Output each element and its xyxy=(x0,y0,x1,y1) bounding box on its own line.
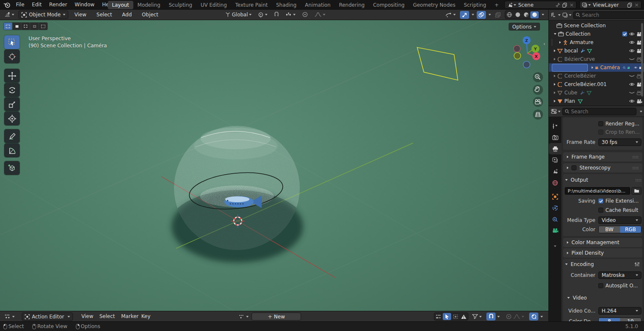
snap-with-dropdown[interactable] xyxy=(284,10,297,18)
options-dropdown[interactable]: Options xyxy=(509,23,540,31)
auto-snap-toggle[interactable] xyxy=(529,313,538,321)
outliner-row-armature[interactable]: Armature xyxy=(549,38,644,47)
blender-logo-icon[interactable] xyxy=(0,2,12,8)
select-mode-invert[interactable] xyxy=(30,23,39,30)
outliner-search[interactable] xyxy=(573,11,644,19)
tab-texture-paint[interactable]: Texture Paint xyxy=(231,1,272,9)
gizmos-toggle[interactable] xyxy=(460,11,469,19)
tool-measure[interactable] xyxy=(4,143,20,157)
select-mode-subtract[interactable] xyxy=(21,23,30,30)
tool-annotate[interactable] xyxy=(4,129,20,143)
autosplit-checkbox[interactable] xyxy=(598,283,603,288)
show-hidden-toggle[interactable] xyxy=(451,313,460,320)
snap-target-dropdown[interactable] xyxy=(256,10,269,18)
tool-select-box[interactable] xyxy=(4,35,20,49)
snap-keys-dropdown[interactable] xyxy=(497,316,500,318)
mesh-data-icon[interactable] xyxy=(578,99,583,104)
zoom-button[interactable] xyxy=(533,72,543,82)
cache-result-checkbox[interactable] xyxy=(598,208,603,213)
show-hide-dropdown[interactable] xyxy=(444,11,457,19)
proportional-editing-toggle[interactable] xyxy=(300,10,310,18)
select-mode-extend[interactable] xyxy=(13,23,21,30)
stereoscopy-panel-header[interactable]: Stereoscopy xyxy=(563,163,642,172)
tab-render[interactable] xyxy=(549,132,561,143)
shading-wireframe-button[interactable] xyxy=(505,11,514,18)
video-codec-dropdown[interactable]: H.264 xyxy=(598,307,641,315)
tab-constraints[interactable] xyxy=(549,214,561,225)
mesh-data-icon[interactable] xyxy=(587,49,592,53)
outliner-row-cube[interactable]: Cube xyxy=(549,89,644,97)
modifier-wrench-icon[interactable] xyxy=(580,48,585,53)
only-errors-toggle[interactable] xyxy=(460,313,468,320)
container-dropdown[interactable]: Matroska xyxy=(598,271,641,279)
media-type-dropdown[interactable]: Video xyxy=(598,216,641,224)
hide-eye-icon[interactable] xyxy=(629,99,635,103)
tab-object-data[interactable] xyxy=(549,225,561,236)
new-viewlayer-button[interactable] xyxy=(627,3,632,8)
frame-rate-dropdown[interactable]: 30 fps xyxy=(598,138,641,146)
tool-move[interactable] xyxy=(4,69,20,83)
properties-editor-type-button[interactable] xyxy=(551,109,561,114)
tab-animation[interactable]: Animation xyxy=(301,1,335,9)
video-subpanel-header[interactable]: Video xyxy=(567,294,641,302)
tab-rail-scroll-down[interactable] xyxy=(549,240,561,252)
outliner-row-cerclebezier001[interactable]: CercleBézier.001 xyxy=(549,80,644,89)
frame-range-panel-header[interactable]: Frame Range xyxy=(563,152,642,162)
file-extensions-checkbox[interactable] xyxy=(598,198,603,203)
mode-dropdown[interactable]: Object Mode xyxy=(18,10,68,19)
menu-file[interactable]: File xyxy=(12,2,28,8)
3d-viewport[interactable]: Z Y X xyxy=(0,20,548,311)
expander-icon[interactable] xyxy=(554,83,556,86)
transform-orientation-dropdown[interactable]: Global xyxy=(223,10,253,18)
depth-8-button[interactable]: 8 xyxy=(599,318,620,321)
tab-rendering[interactable]: Rendering xyxy=(335,1,369,9)
menu-select[interactable]: Select xyxy=(93,12,116,18)
tab-layout[interactable]: Layout xyxy=(108,1,133,9)
menu-object[interactable]: Object xyxy=(138,12,162,18)
viewlayer-name[interactable]: ViewLayer xyxy=(593,2,625,8)
browse-action-button[interactable] xyxy=(237,313,250,321)
outliner-editor-type-button[interactable] xyxy=(551,12,561,18)
outliner-row-beziercurve[interactable]: BézierCurve xyxy=(549,55,644,63)
tool-add-cube[interactable] xyxy=(4,161,20,175)
collection-checkbox[interactable] xyxy=(622,31,627,36)
outliner-row-cerclebezier[interactable]: CercleBézier xyxy=(549,72,644,80)
sidebar-collapse-arrow[interactable]: ‹ xyxy=(543,41,545,47)
xray-toggle[interactable] xyxy=(493,11,502,19)
expander-icon[interactable] xyxy=(592,66,593,69)
expander-icon[interactable] xyxy=(554,75,556,77)
color-rgb-button[interactable]: RGB xyxy=(620,226,641,233)
file-browse-button[interactable] xyxy=(631,187,641,195)
pixel-density-panel-header[interactable]: Pixel Density xyxy=(563,248,642,258)
tab-output[interactable] xyxy=(549,143,561,154)
browse-scene-button[interactable] xyxy=(507,3,516,8)
hide-eye-icon[interactable] xyxy=(629,49,635,53)
output-panel-header[interactable]: Output xyxy=(565,176,641,184)
remove-viewlayer-button[interactable]: × xyxy=(634,2,639,8)
orthographic-toggle-button[interactable] xyxy=(533,109,543,120)
mesh-data-icon[interactable] xyxy=(587,91,592,95)
only-selected-toggle[interactable] xyxy=(443,313,451,320)
tab-shading[interactable]: Shading xyxy=(272,1,301,9)
tab-scene[interactable] xyxy=(549,166,561,177)
axis-neg-z[interactable] xyxy=(523,61,530,68)
tab-compositing[interactable]: Compositing xyxy=(369,1,409,9)
editor-type-button[interactable] xyxy=(3,11,16,19)
axis-neg-y[interactable] xyxy=(514,52,521,59)
auto-snap-dropdown[interactable] xyxy=(540,316,543,318)
delete-scene-button[interactable]: × xyxy=(569,2,574,8)
hide-eye-icon[interactable] xyxy=(629,32,635,36)
expander-icon[interactable] xyxy=(554,33,556,35)
render-visibility-icon[interactable] xyxy=(636,99,642,104)
tab-physics[interactable] xyxy=(549,202,561,214)
color-bw-button[interactable]: BW xyxy=(599,226,620,233)
proportional-keys-toggle[interactable] xyxy=(504,313,526,321)
shading-solid-button[interactable] xyxy=(514,11,522,18)
overlays-toggle[interactable] xyxy=(477,11,486,19)
dope-menu-select[interactable]: Select xyxy=(96,313,119,319)
expander-icon[interactable] xyxy=(554,58,556,60)
browse-viewlayer-button[interactable] xyxy=(582,3,591,8)
properties-search[interactable] xyxy=(562,108,636,115)
menu-view[interactable]: View xyxy=(71,12,90,18)
dopesheet-editor-type-button[interactable] xyxy=(3,313,16,321)
